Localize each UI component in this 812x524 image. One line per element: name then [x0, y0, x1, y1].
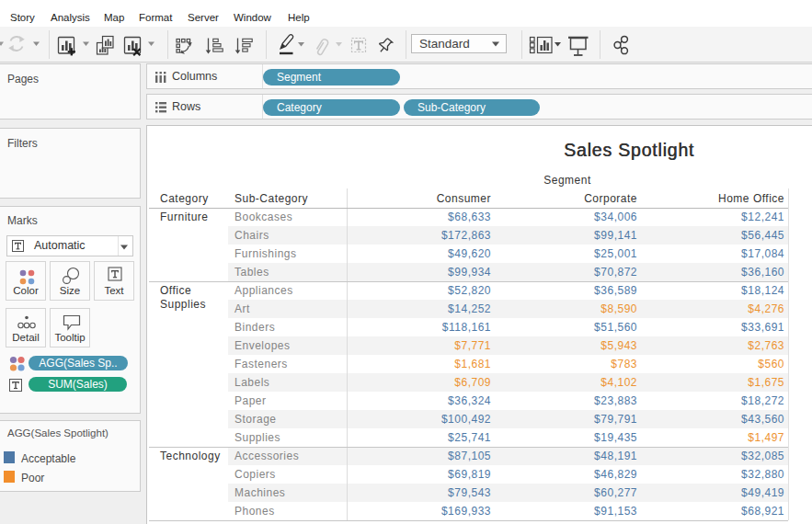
svg-text:Standard: Standard	[419, 37, 470, 51]
